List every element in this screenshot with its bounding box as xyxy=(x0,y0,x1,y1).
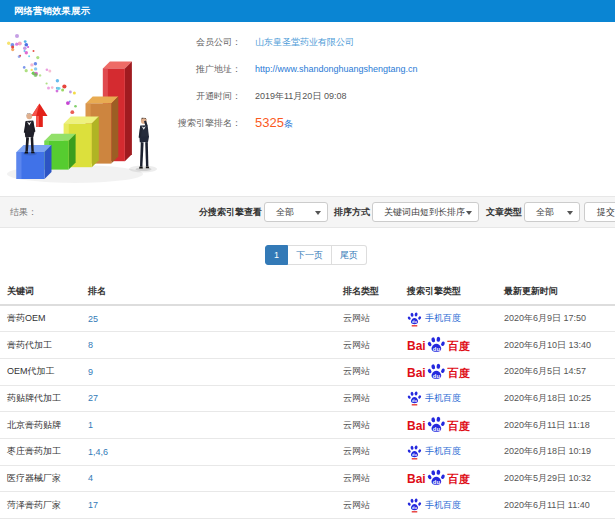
svg-text:du: du xyxy=(412,319,417,324)
engine-filter-label: 分搜索引擎查看 xyxy=(199,197,262,227)
keyword-cell: 北京膏药贴牌 xyxy=(0,412,81,439)
chevron-down-icon xyxy=(315,211,321,215)
page-title: 网络营销效果展示 xyxy=(0,5,90,18)
updated-cell: 2020年6月11日 11:40 xyxy=(497,492,615,519)
keyword-cell: 膏药OEM xyxy=(0,305,81,332)
rank-type-cell: 云网站 xyxy=(336,385,400,412)
rank-type-cell: 云网站 xyxy=(336,358,400,385)
rank-type-cell: 云网站 xyxy=(336,492,400,519)
results-table-wrap: 关键词 排名 排名类型 搜索引擎类型 最新更新时间 膏药OEM 25 云网站 xyxy=(0,278,615,519)
mobile-baidu-label: 手机百度 xyxy=(425,312,461,325)
keyword-cell: 药贴牌代加工 xyxy=(0,385,81,412)
rank-cell[interactable]: 17 xyxy=(81,492,336,519)
mobile-baidu-logo: du 手机百度 xyxy=(407,444,497,460)
baidu-paw-icon: du xyxy=(407,390,422,406)
mobile-baidu-logo: du 手机百度 xyxy=(407,311,497,327)
engine-cell: du 手机百度 Bai xyxy=(400,385,497,412)
info-row-rank-count: 搜索引擎排名： 5325条 xyxy=(0,116,615,130)
svg-text:du: du xyxy=(433,346,441,352)
updated-cell: 2020年6月9日 17:50 xyxy=(497,305,615,332)
engine-filter-select[interactable]: 全部 xyxy=(264,202,328,222)
table-row: 菏泽膏药厂家 17 云网站 du xyxy=(0,492,615,519)
mobile-baidu-label: 手机百度 xyxy=(425,392,461,405)
submit-button[interactable]: 提交 xyxy=(584,202,615,222)
table-row: 膏药代加工 8 云网站 du xyxy=(0,332,615,359)
keyword-cell: 菏泽膏药厂家 xyxy=(0,492,81,519)
table-header-row: 关键词 排名 排名类型 搜索引擎类型 最新更新时间 xyxy=(0,278,615,305)
rank-cell[interactable]: 4 xyxy=(81,465,336,492)
baidu-pc-logo: Bai du 百度 xyxy=(407,416,473,434)
info-row-open-time: 开通时间： 2019年11月20日 09:08 xyxy=(0,89,615,103)
svg-text:百度: 百度 xyxy=(447,420,471,432)
rank-cell[interactable]: 8 xyxy=(81,332,336,359)
rank-count-number: 5325 xyxy=(255,115,284,130)
info-row-company: 会员公司： 山东皇圣堂药业有限公司 xyxy=(0,35,615,49)
rank-type-cell: 云网站 xyxy=(336,438,400,465)
baidu-paw-icon: du xyxy=(407,444,422,460)
keyword-cell: 枣庄膏药加工 xyxy=(0,438,81,465)
rank-cell[interactable]: 1 xyxy=(81,412,336,439)
engine-cell: du 手机百度 Bai xyxy=(400,412,497,439)
rank-cell[interactable]: 25 xyxy=(81,305,336,332)
col-keyword: 关键词 xyxy=(0,278,81,305)
table-row: 膏药OEM 25 云网站 du xyxy=(0,305,615,332)
svg-text:百度: 百度 xyxy=(447,473,471,485)
result-label: 结果： xyxy=(10,197,37,227)
updated-cell: 2020年6月18日 10:25 xyxy=(497,385,615,412)
table-row: OEM代加工 9 云网站 du xyxy=(0,358,615,385)
updated-cell: 2020年6月18日 10:19 xyxy=(497,438,615,465)
engine-cell: du 手机百度 Bai xyxy=(400,465,497,492)
updated-cell: 2020年6月5日 14:57 xyxy=(497,358,615,385)
baidu-paw-icon: du xyxy=(407,311,422,327)
baidu-logo: Bai du 百度 xyxy=(407,363,497,381)
page-1-button[interactable]: 1 xyxy=(265,245,288,265)
rank-type-cell: 云网站 xyxy=(336,465,400,492)
mobile-baidu-logo: du 手机百度 xyxy=(407,497,497,513)
baidu-logo: Bai du 百度 xyxy=(407,336,497,354)
filter-bar: 结果： 分搜索引擎查看 全部 排序方式 关键词由短到长排序 文章类型 全部 提交 xyxy=(0,196,615,228)
company-name[interactable]: 山东皇圣堂药业有限公司 xyxy=(255,35,354,49)
promo-url-link[interactable]: http://www.shandonghuangshengtang.cn xyxy=(255,62,418,76)
rank-type-cell: 云网站 xyxy=(336,332,400,359)
next-page-button[interactable]: 下一页 xyxy=(288,245,332,265)
baidu-paw-icon: du xyxy=(407,497,422,513)
title-bar: 网络营销效果展示 xyxy=(0,0,615,22)
svg-text:du: du xyxy=(433,426,441,432)
sort-filter-value: 关键词由短到长排序 xyxy=(373,206,465,219)
engine-cell: du 手机百度 Bai xyxy=(400,332,497,359)
article-type-filter-value: 全部 xyxy=(525,206,554,219)
updated-cell: 2020年6月11日 11:18 xyxy=(497,412,615,439)
rank-cell[interactable]: 1,4,6 xyxy=(81,438,336,465)
keyword-cell: OEM代加工 xyxy=(0,358,81,385)
rank-count-unit: 条 xyxy=(284,119,293,129)
col-rank: 排名 xyxy=(81,278,336,305)
rank-type-cell: 云网站 xyxy=(336,412,400,439)
rank-cell[interactable]: 9 xyxy=(81,358,336,385)
sort-filter-label: 排序方式 xyxy=(334,197,370,227)
svg-text:du: du xyxy=(433,479,441,485)
open-time-label: 开通时间： xyxy=(121,89,241,103)
results-table: 关键词 排名 排名类型 搜索引擎类型 最新更新时间 膏药OEM 25 云网站 xyxy=(0,278,615,519)
engine-filter-value: 全部 xyxy=(265,206,294,219)
article-type-filter-label: 文章类型 xyxy=(486,197,522,227)
table-row: 枣庄膏药加工 1,4,6 云网站 du xyxy=(0,438,615,465)
article-type-filter-select[interactable]: 全部 xyxy=(524,202,580,222)
table-row: 医疗器械厂家 4 云网站 du xyxy=(0,465,615,492)
promo-illustration xyxy=(0,28,185,190)
rank-count-value: 5325条 xyxy=(255,116,293,131)
rank-cell[interactable]: 27 xyxy=(81,385,336,412)
rank-type-cell: 云网站 xyxy=(336,305,400,332)
company-label: 会员公司： xyxy=(121,35,241,49)
mobile-baidu-logo: du 手机百度 xyxy=(407,390,497,406)
mobile-baidu-label: 手机百度 xyxy=(425,445,461,458)
last-page-button[interactable]: 尾页 xyxy=(332,245,367,265)
baidu-pc-logo: Bai du 百度 xyxy=(407,363,473,381)
pagination: 1 下一页 尾页 xyxy=(265,245,367,265)
chevron-down-icon xyxy=(567,211,573,215)
chevron-down-icon xyxy=(466,211,472,215)
svg-text:Bai: Bai xyxy=(407,472,426,486)
engine-cell: du 手机百度 Bai xyxy=(400,358,497,385)
col-updated: 最新更新时间 xyxy=(497,278,615,305)
sort-filter-select[interactable]: 关键词由短到长排序 xyxy=(372,202,479,222)
svg-text:du: du xyxy=(412,452,417,457)
